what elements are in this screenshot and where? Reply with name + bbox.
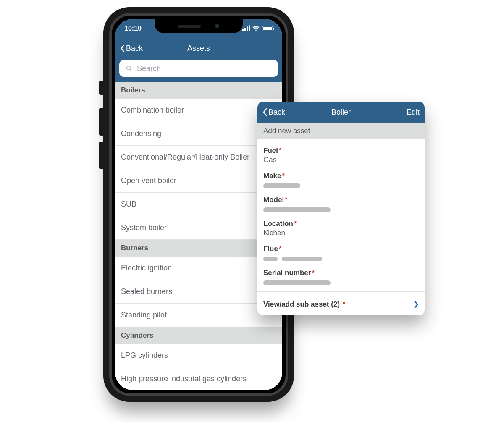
make-label: Make [263, 172, 281, 180]
list-item[interactable]: LPG cylinders [115, 344, 282, 367]
required-icon: * [279, 245, 282, 253]
edit-button[interactable]: Edit [407, 108, 420, 117]
cellular-icon [242, 26, 250, 31]
wifi-icon [252, 26, 260, 31]
location-label: Location [263, 220, 293, 228]
detail-title: Boiler [331, 108, 351, 117]
divider [257, 291, 425, 292]
phone-notch [155, 19, 243, 33]
required-icon: * [279, 147, 282, 155]
flue-placeholder [263, 257, 419, 261]
volume-down-button [99, 142, 104, 169]
search-icon [125, 65, 133, 72]
make-placeholder [263, 183, 300, 188]
asset-detail-card: Back Boiler Edit Add new asset Fuel* Gas… [257, 102, 425, 315]
svg-line-1 [130, 70, 131, 71]
list-item[interactable]: High pressure industrial gas cylinders [115, 367, 282, 390]
back-label: Back [126, 44, 143, 53]
detail-subheader: Add new asset [257, 123, 425, 139]
status-time: 10:10 [124, 25, 142, 32]
status-icons [242, 26, 273, 31]
battery-icon [262, 26, 273, 31]
required-icon: * [294, 220, 297, 228]
field-serial[interactable]: Serial number* [263, 265, 419, 289]
field-location[interactable]: Location* Kichen [263, 216, 419, 241]
speaker-grille [178, 25, 201, 28]
field-model[interactable]: Model* [263, 192, 419, 216]
required-icon: * [343, 300, 346, 308]
model-label: Model [263, 196, 284, 204]
section-header: Cylinders [115, 327, 282, 344]
fuel-label: Fuel [263, 147, 278, 155]
assets-navbar: Back Assets [115, 38, 282, 58]
section-header: Boilers [115, 82, 282, 99]
required-icon: * [282, 172, 285, 180]
field-fuel[interactable]: Fuel* Gas [263, 143, 419, 168]
chevron-left-icon [262, 108, 268, 116]
chevron-left-icon [120, 44, 125, 52]
model-placeholder [263, 207, 331, 212]
page-title: Assets [187, 44, 210, 53]
required-icon: * [312, 269, 315, 277]
search-field[interactable] [119, 60, 278, 77]
fuel-value: Gas [263, 156, 419, 164]
detail-back-button[interactable]: Back [262, 108, 285, 117]
side-button [99, 81, 104, 95]
flue-label: Flue [263, 245, 278, 253]
required-icon: * [285, 196, 288, 204]
serial-label: Serial number [263, 269, 311, 277]
detail-fields: Fuel* Gas Make* Model* Location* Kichen … [257, 139, 425, 294]
volume-up-button [99, 108, 104, 136]
search-bar-container [115, 58, 282, 82]
sub-asset-label: View/add sub asset (2) [263, 300, 340, 308]
field-flue[interactable]: Flue* [263, 241, 419, 265]
search-input[interactable] [137, 64, 272, 73]
field-make[interactable]: Make* [263, 168, 419, 192]
back-button[interactable]: Back [120, 44, 143, 53]
front-camera [215, 24, 219, 28]
sub-asset-row[interactable]: View/add sub asset (2) * [257, 294, 425, 315]
detail-back-label: Back [268, 108, 285, 117]
serial-placeholder [263, 280, 331, 285]
chevron-right-icon [414, 301, 419, 308]
detail-navbar: Back Boiler Edit [257, 102, 425, 123]
location-value: Kichen [263, 229, 419, 237]
